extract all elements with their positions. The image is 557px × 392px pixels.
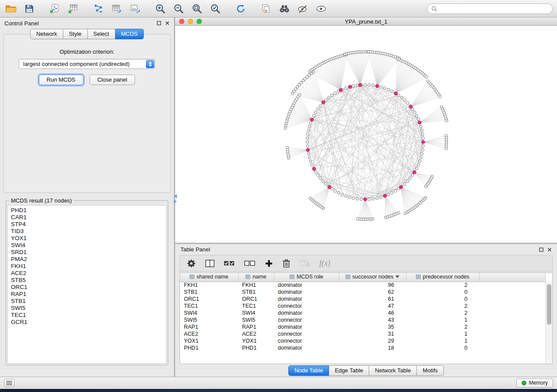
new-table-button[interactable] bbox=[110, 2, 123, 15]
table-cell bbox=[479, 337, 546, 344]
tab-select[interactable]: Select bbox=[88, 29, 115, 39]
tab-style[interactable]: Style bbox=[63, 29, 88, 39]
zoom-group bbox=[154, 2, 222, 15]
mcds-result-item[interactable]: SWI5 bbox=[11, 305, 163, 312]
table-cell: connector bbox=[274, 316, 339, 323]
zoom-selected-button[interactable] bbox=[209, 2, 222, 15]
close-panel-button[interactable] bbox=[165, 21, 170, 25]
tab-network-table[interactable]: Network Table bbox=[369, 365, 417, 376]
network-titlebar: YPA_prune.txt_1 bbox=[175, 17, 557, 26]
mcds-result-item[interactable]: CAR1 bbox=[11, 214, 163, 221]
col-header-filler bbox=[479, 273, 546, 282]
save-session-button[interactable] bbox=[23, 2, 36, 15]
optimization-criterion-select[interactable]: largest connected component (undirected) bbox=[19, 59, 155, 69]
mcds-result-item[interactable]: SRD1 bbox=[11, 249, 163, 256]
float-table-panel-button[interactable] bbox=[539, 248, 543, 252]
table-row[interactable]: STB1STB1dominator620 bbox=[180, 289, 546, 296]
zoom-selected-icon bbox=[210, 3, 221, 14]
show-details-button[interactable] bbox=[315, 2, 328, 15]
tab-node-table[interactable]: Node Table bbox=[288, 365, 329, 376]
mcds-result-item[interactable]: GCR1 bbox=[11, 319, 163, 326]
col-header-mcds-role[interactable]: MCDS role bbox=[274, 273, 339, 282]
search-field[interactable] bbox=[427, 3, 553, 14]
col-header-successor-nodes[interactable]: successor nodes bbox=[339, 273, 406, 282]
zoom-out-icon bbox=[173, 3, 184, 14]
mcds-result-item[interactable]: ORC1 bbox=[11, 284, 163, 291]
mcds-result-item[interactable]: RAP1 bbox=[11, 291, 163, 298]
network-canvas[interactable] bbox=[175, 26, 557, 243]
col-header-name[interactable]: name bbox=[238, 273, 274, 282]
table-row[interactable]: FKH1FKH1dominator962 bbox=[180, 282, 546, 289]
table-cell: 0 bbox=[406, 296, 479, 303]
float-panel-button[interactable] bbox=[157, 21, 161, 25]
control-panel-header: Control Panel bbox=[0, 17, 174, 29]
find-button[interactable] bbox=[278, 2, 291, 15]
col-header-predecessor-nodes[interactable]: predecessor nodes bbox=[406, 273, 479, 282]
table-cell: 2 bbox=[406, 309, 479, 316]
table-cell: SWI5 bbox=[180, 316, 238, 323]
eye-edit-icon bbox=[297, 4, 308, 14]
table-settings-button[interactable] bbox=[187, 259, 196, 268]
close-mcds-panel-button[interactable]: Close panel bbox=[90, 75, 135, 85]
mcds-result-item[interactable]: TID3 bbox=[11, 228, 163, 235]
eye-icon bbox=[315, 4, 327, 14]
show-columns-button[interactable] bbox=[205, 259, 214, 268]
import-table-button[interactable] bbox=[66, 2, 80, 15]
mcds-result-item[interactable]: FKH1 bbox=[11, 263, 163, 270]
table-cell: 96 bbox=[339, 282, 406, 289]
table-scrollbar-thumb[interactable] bbox=[547, 284, 551, 325]
table-row[interactable]: SWI5SWI5connector431 bbox=[180, 316, 546, 323]
mcds-result-item[interactable]: TEC1 bbox=[11, 312, 163, 319]
open-file-button[interactable] bbox=[4, 2, 17, 15]
run-mcds-button[interactable]: Run MCDS bbox=[39, 75, 83, 85]
close-table-panel-button[interactable] bbox=[547, 248, 552, 252]
table-cell: connector bbox=[274, 303, 339, 309]
mcds-result-item[interactable]: YOX1 bbox=[11, 235, 163, 242]
refresh-view-button[interactable] bbox=[234, 2, 247, 15]
table-cell: PHD1 bbox=[180, 344, 238, 351]
tab-edge-table[interactable]: Edge Table bbox=[329, 365, 369, 376]
table-row[interactable]: YOX1YOX1connector291 bbox=[180, 337, 546, 344]
table-clone-icon bbox=[111, 3, 122, 14]
import-network-button[interactable] bbox=[48, 2, 61, 15]
zoom-fit-button[interactable] bbox=[190, 2, 204, 15]
mcds-result-item[interactable]: SWI4 bbox=[11, 242, 163, 249]
zoom-out-button[interactable] bbox=[172, 2, 185, 15]
table-row[interactable]: PHD1PHD1dominator180 bbox=[180, 344, 546, 351]
tab-motifs[interactable]: Motifs bbox=[417, 365, 444, 376]
tab-network[interactable]: Network bbox=[30, 29, 63, 39]
table-cell: 0 bbox=[406, 344, 479, 351]
mcds-result-item[interactable]: STB1 bbox=[11, 298, 163, 305]
zoom-in-button[interactable] bbox=[154, 2, 167, 15]
collapse-left-icon bbox=[174, 194, 177, 198]
col-header-shared-name[interactable]: shared name bbox=[180, 273, 238, 282]
search-input[interactable] bbox=[439, 5, 548, 12]
table-row[interactable]: SWI4SWI4dominator462 bbox=[180, 309, 546, 316]
memory-button[interactable]: Memory bbox=[516, 378, 553, 388]
table-row[interactable]: RAP1RAP1dominator352 bbox=[180, 323, 546, 330]
mcds-result-item[interactable]: PHD1 bbox=[11, 207, 163, 214]
mcds-result-list[interactable]: PHD1CAR1STP4TID3YOX1SWI4SRD1PMA2FKH1ACE2… bbox=[7, 205, 166, 364]
mcds-result-item[interactable]: STB5 bbox=[11, 277, 163, 284]
table-panel: Table Panel f(x) bbox=[175, 244, 557, 377]
mcds-result-item[interactable]: ACE2 bbox=[11, 270, 163, 277]
clone-network-button[interactable] bbox=[259, 2, 273, 15]
table-scrollbar[interactable] bbox=[546, 282, 552, 364]
add-column-button[interactable] bbox=[265, 259, 273, 268]
task-history-button[interactable] bbox=[4, 379, 14, 387]
mcds-result-item[interactable]: STP4 bbox=[11, 221, 163, 228]
select-all-button[interactable] bbox=[224, 259, 235, 267]
delete-column-button[interactable] bbox=[282, 259, 291, 268]
modify-view-button[interactable] bbox=[296, 2, 309, 15]
export-image-button[interactable] bbox=[128, 2, 142, 15]
table-row[interactable]: ORC1ORC1dominator610 bbox=[180, 296, 546, 303]
panel-splitter[interactable] bbox=[174, 194, 177, 203]
deselect-all-button[interactable] bbox=[244, 259, 256, 267]
sort-dropdown-icon bbox=[395, 275, 399, 278]
tab-mcds[interactable]: MCDS bbox=[115, 29, 144, 39]
new-network-button[interactable] bbox=[92, 2, 105, 15]
mcds-result-item[interactable]: PMA2 bbox=[11, 256, 163, 263]
table-row[interactable]: ACE2ACE2connector311 bbox=[180, 330, 546, 337]
columns-icon bbox=[205, 259, 214, 268]
table-row[interactable]: TEC1TEC1connector472 bbox=[180, 303, 546, 309]
